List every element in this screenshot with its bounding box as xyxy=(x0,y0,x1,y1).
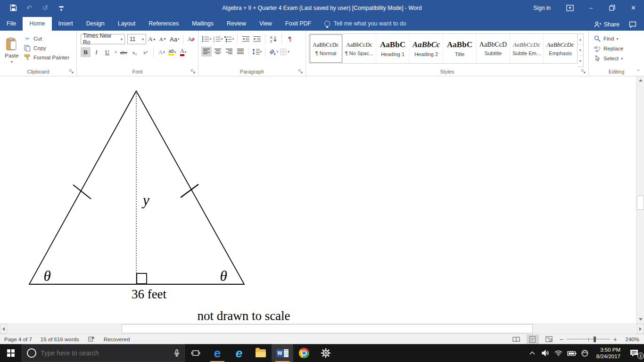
tray-expand-icon[interactable] xyxy=(527,344,538,362)
customize-qat-icon[interactable]: ▬▾ xyxy=(57,3,66,13)
read-mode-button[interactable] xyxy=(510,335,522,344)
replace-button[interactable]: abac Replace xyxy=(594,45,623,52)
copy-button[interactable]: Copy xyxy=(24,44,69,52)
show-formatting-button[interactable]: ¶ xyxy=(285,34,295,44)
taskbar-clock[interactable]: 3:50 PM 8/24/2017 xyxy=(593,346,624,360)
style-heading-2[interactable]: AaBbCc Heading 2 xyxy=(410,34,443,63)
restore-button[interactable] xyxy=(602,0,623,16)
web-layout-button[interactable] xyxy=(543,335,555,344)
undo-icon[interactable]: ↶ xyxy=(25,3,34,13)
font-size-combo[interactable]: 11 ▾ xyxy=(127,34,146,44)
search-input[interactable] xyxy=(41,349,170,357)
horizontal-scroll-thumb[interactable] xyxy=(122,324,533,333)
taskbar-internet-explorer[interactable]: e xyxy=(228,344,250,362)
line-spacing-button[interactable]: ▾ xyxy=(252,47,262,57)
tab-mailings[interactable]: Mailings xyxy=(185,17,220,31)
recovered-indicator[interactable]: Recovered xyxy=(104,337,130,342)
print-layout-button[interactable] xyxy=(527,335,539,344)
share-button[interactable]: Share xyxy=(594,21,619,28)
zoom-percentage[interactable]: 240% xyxy=(621,337,639,342)
align-right-button[interactable] xyxy=(224,47,234,57)
styles-scroll-down-icon[interactable]: ▼ xyxy=(578,45,583,56)
minimize-button[interactable]: – xyxy=(580,0,602,16)
superscript-button[interactable]: x² xyxy=(140,47,150,57)
scroll-right-button[interactable] xyxy=(637,324,644,334)
styles-more-icon[interactable]: ▼ xyxy=(578,56,583,66)
battery-icon[interactable] xyxy=(566,344,578,362)
justify-button[interactable] xyxy=(235,47,246,57)
decrease-indent-button[interactable] xyxy=(240,34,251,44)
shading-button[interactable]: ▾ xyxy=(268,47,279,57)
shrink-font-button[interactable]: A▼ xyxy=(158,34,168,44)
taskbar-word[interactable]: W xyxy=(272,344,293,362)
cut-button[interactable]: ✂ Cut xyxy=(24,35,69,42)
word-count[interactable]: 15 of 616 words xyxy=(41,337,79,342)
vertical-scrollbar[interactable] xyxy=(636,76,644,323)
subscript-button[interactable]: x₂ xyxy=(130,47,140,57)
taskbar-search[interactable] xyxy=(22,344,185,362)
styles-scroll-up-icon[interactable]: ▲ xyxy=(578,34,583,45)
increase-indent-button[interactable] xyxy=(252,34,262,44)
volume-icon[interactable] xyxy=(540,344,551,362)
font-dialog-launcher-icon[interactable] xyxy=(191,69,196,74)
zoom-slider[interactable] xyxy=(567,339,610,339)
strikethrough-button[interactable]: abc xyxy=(119,47,129,57)
paragraph-dialog-launcher-icon[interactable] xyxy=(298,69,303,74)
style-title[interactable]: AaBbC Title xyxy=(443,34,477,63)
italic-button[interactable]: I xyxy=(91,47,101,57)
proofing-errors-icon[interactable] xyxy=(88,336,95,343)
scroll-down-button[interactable] xyxy=(636,315,644,323)
style-heading-1[interactable]: AaBbC Heading 1 xyxy=(376,34,410,63)
borders-button[interactable]: ▾ xyxy=(280,47,290,57)
multilevel-list-button[interactable]: ▾ xyxy=(224,34,234,44)
change-case-button[interactable]: Aa▾ xyxy=(169,34,180,44)
tab-review[interactable]: Review xyxy=(220,17,253,31)
ribbon-display-options-icon[interactable] xyxy=(559,0,580,16)
taskbar-chrome[interactable] xyxy=(293,344,315,362)
vertical-scroll-thumb[interactable] xyxy=(637,196,644,210)
clipboard-dialog-launcher-icon[interactable] xyxy=(69,69,74,74)
task-view-button[interactable] xyxy=(185,344,206,362)
tab-design[interactable]: Design xyxy=(80,17,111,31)
zoom-in-button[interactable]: + xyxy=(613,336,617,343)
select-button[interactable]: Select ▾ xyxy=(594,55,623,62)
page-indicator[interactable]: Page 4 of 7 xyxy=(4,337,32,342)
zoom-slider-thumb[interactable] xyxy=(594,337,596,342)
creative-cloud-icon[interactable] xyxy=(579,344,591,362)
redo-icon[interactable]: ↺ xyxy=(41,3,50,13)
format-painter-button[interactable]: Format Painter xyxy=(24,54,69,61)
paste-dropdown-icon[interactable]: ▾ xyxy=(11,60,13,64)
styles-dialog-launcher-icon[interactable] xyxy=(581,69,586,74)
font-name-combo[interactable]: Times New Ro ▾ xyxy=(81,34,125,44)
numbering-button[interactable]: 123 ▾ xyxy=(213,34,223,44)
style-normal[interactable]: AaBbCcDc ¶ Normal xyxy=(309,34,343,63)
taskbar-file-explorer[interactable] xyxy=(250,344,272,362)
scroll-up-button[interactable] xyxy=(636,76,644,84)
align-center-button[interactable] xyxy=(213,47,223,57)
sort-button[interactable]: AZ xyxy=(268,34,279,44)
tab-foxit-pdf[interactable]: Foxit PDF xyxy=(279,17,318,31)
style-no-spacing[interactable]: AaBbCcDc ¶ No Spac... xyxy=(343,34,376,63)
save-icon[interactable] xyxy=(8,3,18,13)
align-left-button[interactable] xyxy=(201,47,212,57)
start-button[interactable] xyxy=(0,344,22,362)
wifi-icon[interactable] xyxy=(553,344,564,362)
close-button[interactable]: × xyxy=(623,0,644,16)
underline-dropdown-icon[interactable]: ▾ xyxy=(113,47,118,57)
underline-button[interactable]: U xyxy=(102,47,112,57)
bullets-button[interactable]: ▾ xyxy=(201,34,212,44)
text-effects-button[interactable]: A▾ xyxy=(157,47,166,57)
style-subtitle[interactable]: AaBbCcD Subtitle xyxy=(477,34,510,63)
tab-file[interactable]: File xyxy=(0,17,23,31)
document-canvas[interactable]: θ θ y 36 feet not drawn to scale xyxy=(0,76,644,323)
tab-home[interactable]: Home xyxy=(23,17,51,31)
action-center-button[interactable]: 1 xyxy=(626,344,642,362)
scroll-left-button[interactable] xyxy=(0,324,7,334)
highlight-button[interactable]: ab▾ xyxy=(167,47,177,57)
tell-me-box[interactable]: Tell me what you want to do xyxy=(324,20,406,31)
tab-layout[interactable]: Layout xyxy=(111,17,142,31)
taskbar-edge[interactable]: e xyxy=(206,344,228,362)
tab-references[interactable]: References xyxy=(142,17,185,31)
comment-icon[interactable] xyxy=(629,21,636,28)
style-subtle-emphasis[interactable]: AaBbCcDc Subtle Em... xyxy=(510,34,544,63)
